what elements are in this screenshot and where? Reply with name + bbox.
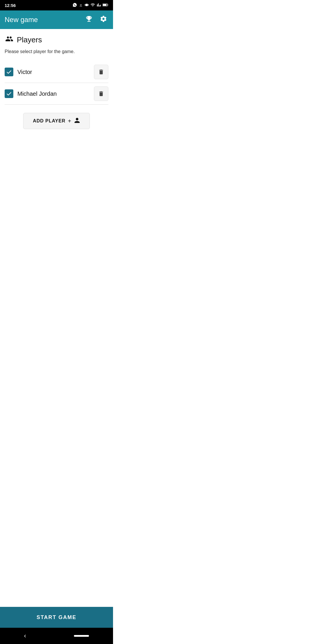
status-bar: 12:56 [0, 0, 113, 10]
people-icon [5, 35, 14, 45]
status-time: 12:56 [5, 3, 16, 8]
svg-rect-2 [108, 4, 108, 5]
players-section-title: Players [17, 35, 42, 44]
player-item-michael-jordan: Michael Jordan [5, 83, 108, 105]
status-icons [72, 3, 108, 8]
trophy-icon[interactable] [84, 14, 94, 26]
nav-bar: ‹ [0, 628, 113, 644]
vibrate-icon [85, 3, 89, 8]
player-name-michael-jordan: Michael Jordan [17, 91, 90, 97]
section-header: Players [5, 35, 108, 45]
delete-player-victor-button[interactable] [94, 65, 108, 79]
home-indicator[interactable] [74, 635, 89, 637]
page-title: New game [5, 16, 38, 24]
wifi-icon [90, 3, 95, 8]
plus-icon: + [68, 118, 72, 124]
player-checkbox-michael-jordan[interactable] [5, 89, 13, 98]
player-list: Victor Michael Jordan [5, 61, 108, 105]
app-bar: New game [0, 10, 113, 29]
player-item-victor: Victor [5, 61, 108, 83]
back-button[interactable]: ‹ [24, 632, 26, 640]
add-player-label: ADD PLAYER [33, 118, 65, 124]
settings-icon[interactable] [99, 14, 108, 26]
app-bar-actions [84, 14, 108, 26]
player-checkbox-victor[interactable] [5, 68, 13, 76]
add-player-button[interactable]: ADD PLAYER + [23, 113, 90, 129]
player-name-victor: Victor [17, 69, 90, 75]
delete-player-michael-jordan-button[interactable] [94, 86, 108, 101]
download-icon [79, 3, 83, 8]
battery-icon [103, 3, 108, 8]
section-description: Please select player for the game. [5, 49, 108, 54]
svg-rect-1 [103, 4, 106, 6]
start-game-label: START GAME [37, 614, 77, 621]
signal-icon [97, 3, 101, 8]
start-game-button[interactable]: START GAME [0, 607, 113, 628]
main-content: Players Please select player for the gam… [0, 29, 113, 607]
add-person-icon [74, 117, 80, 125]
whatsapp-icon [72, 3, 77, 8]
